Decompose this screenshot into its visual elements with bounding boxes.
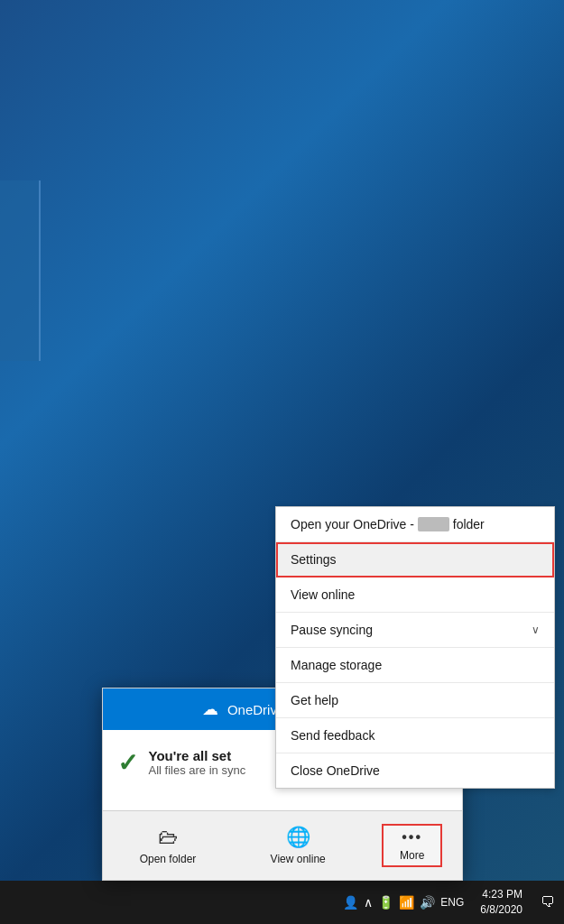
toolbar-view-online[interactable]: 🌐 View online (253, 820, 344, 871)
context-menu-pause-syncing[interactable]: Pause syncing ∨ (276, 613, 554, 648)
folder-icon: 🗁 (158, 826, 178, 849)
context-menu-close-onedrive[interactable]: Close OneDrive (276, 753, 554, 788)
taskbar: 👤 ∧ 🔋 📶 🔊 ENG 4:23 PM 6/8/2020 🗨 (0, 881, 564, 924)
toolbar-open-folder-label: Open folder (140, 853, 197, 865)
battery-icon: 🔋 (378, 895, 393, 910)
globe-icon: 🌐 (286, 826, 310, 849)
chevron-down-icon: ∨ (532, 624, 540, 636)
toolbar-more[interactable]: ••• More (382, 824, 442, 867)
toolbar-more-label: More (400, 849, 424, 862)
send-feedback-label: Send feedback (291, 728, 374, 743)
more-icon: ••• (402, 829, 422, 845)
cloud-icon: ☁ (202, 699, 218, 719)
manage-storage-label: Manage storage (291, 658, 382, 672)
wifi-icon: 📶 (399, 895, 414, 910)
context-menu: Open your OneDrive - folder Settings Vie… (275, 506, 555, 789)
context-menu-send-feedback[interactable]: Send feedback (276, 718, 554, 753)
open-folder-label: Open your OneDrive - folder (291, 517, 485, 531)
caret-up-icon[interactable]: ∧ (364, 895, 373, 910)
toolbar-open-folder[interactable]: 🗁 Open folder (122, 820, 215, 871)
system-tray: 👤 ∧ 🔋 📶 🔊 ENG 4:23 PM 6/8/2020 🗨 (343, 887, 555, 918)
user-icon[interactable]: 👤 (343, 895, 358, 910)
checkmark-icon: ✓ (117, 748, 138, 778)
blurred-account-name (418, 517, 449, 531)
volume-icon[interactable]: 🔊 (420, 895, 435, 910)
desktop: ☁ OneDrive is up to date ✓ You're all se… (0, 0, 564, 924)
language-label: ENG (440, 896, 464, 909)
close-onedrive-label: Close OneDrive (291, 763, 380, 778)
get-help-label: Get help (291, 693, 338, 707)
pause-syncing-label: Pause syncing (291, 623, 373, 637)
view-online-label: View online (291, 587, 355, 602)
time-display: 4:23 PM (480, 887, 522, 902)
taskbar-time[interactable]: 4:23 PM 6/8/2020 (480, 887, 522, 918)
toolbar-view-online-label: View online (271, 853, 326, 865)
date-display: 6/8/2020 (480, 902, 522, 918)
notification-icon[interactable]: 🗨 (541, 894, 555, 910)
context-menu-manage-storage[interactable]: Manage storage (276, 648, 554, 683)
desktop-window (0, 180, 41, 361)
context-menu-view-online[interactable]: View online (276, 578, 554, 613)
context-menu-get-help[interactable]: Get help (276, 683, 554, 718)
context-menu-open-folder[interactable]: Open your OneDrive - folder (276, 507, 554, 542)
taskbar-icons: 👤 ∧ 🔋 📶 🔊 ENG (343, 895, 464, 910)
sync-subtitle: All files are in sync (149, 763, 246, 777)
context-menu-settings[interactable]: Settings (276, 542, 554, 578)
sync-title: You're all set (149, 748, 246, 763)
settings-label: Settings (291, 552, 337, 567)
sync-text-block: You're all set All files are in sync (149, 748, 246, 777)
panel-toolbar: 🗁 Open folder 🌐 View online ••• More (103, 810, 462, 880)
